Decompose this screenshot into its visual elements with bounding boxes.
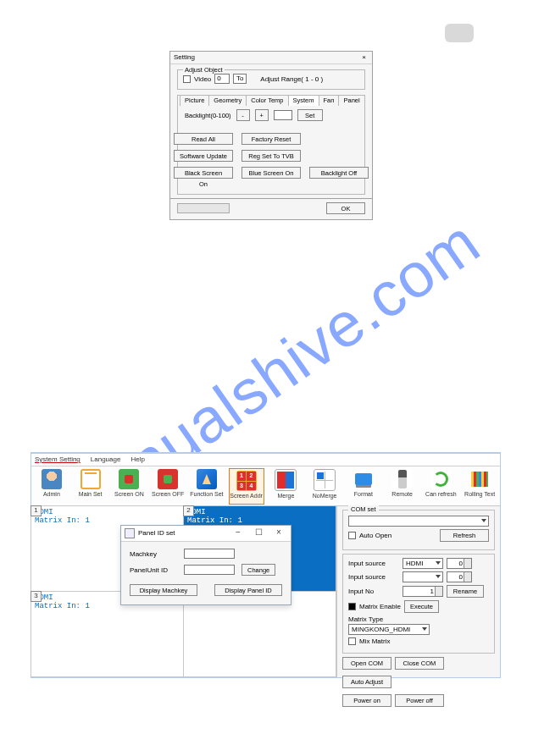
- black-screen-on-button[interactable]: Black Screen On: [174, 167, 233, 179]
- toolbar-nomerge[interactable]: NoMerge: [308, 468, 341, 502]
- power-on-button[interactable]: Power on: [342, 694, 391, 707]
- adjust-range-label: Adjust Range( 1 - 0 ): [260, 75, 323, 83]
- backlight-set-button[interactable]: Set: [297, 109, 323, 121]
- rename-button[interactable]: Rename: [447, 585, 484, 598]
- side-panel: COM set Auto Open Refresh Input source H…: [337, 506, 500, 677]
- panelunit-id-input[interactable]: [184, 565, 235, 575]
- software-update-button[interactable]: Software Update: [174, 150, 233, 162]
- video-wall-grid[interactable]: 1 HDMI Matrix In: 1 2 HDMI Matrix In: 1 …: [31, 506, 337, 677]
- toolbar-rolling-text[interactable]: Rolling Text: [463, 468, 497, 502]
- menu-language[interactable]: Language: [91, 454, 121, 466]
- remote-icon: [392, 469, 413, 489]
- dialog-titlebar[interactable]: Setting ×: [170, 52, 372, 64]
- input-source-label: Input source: [348, 560, 399, 567]
- toolbar-screen-addr[interactable]: 1234 Screen Addr: [229, 468, 264, 505]
- input-group: Input source HDMI 0 Input source 0 Input…: [342, 554, 495, 654]
- tab-picture[interactable]: Picture: [180, 95, 209, 106]
- backlight-value-input[interactable]: [274, 110, 292, 120]
- screen-off-icon: [158, 469, 178, 489]
- panel-id-icon: [125, 528, 135, 538]
- machkey-label: Machkey: [130, 550, 177, 558]
- power-off-button[interactable]: Power off: [395, 694, 444, 707]
- close-icon[interactable]: ×: [359, 52, 369, 63]
- video-checkbox[interactable]: [183, 75, 191, 83]
- matrix-type-combo[interactable]: MINGKONG_HDMI: [348, 624, 430, 635]
- minimize-icon[interactable]: −: [230, 527, 247, 539]
- mix-matrix-label: Mix Matrix: [359, 637, 390, 645]
- reg-set-button[interactable]: Reg Set To TVB: [242, 150, 301, 162]
- page-badge: [445, 24, 474, 42]
- backlight-minus-button[interactable]: -: [236, 109, 250, 121]
- tab-geometry[interactable]: Geometry: [208, 95, 247, 106]
- screen-on-icon: [119, 469, 139, 489]
- toolbar-remote[interactable]: Remote: [386, 468, 419, 502]
- matrix-type-label: Matrix Type: [348, 615, 383, 623]
- mix-matrix-checkbox[interactable]: [348, 637, 356, 645]
- auto-open-label: Auto Open: [359, 532, 391, 539]
- input-source-spin-2[interactable]: 0: [447, 571, 472, 582]
- screen-addr-icon: 1234: [236, 471, 257, 491]
- close-icon[interactable]: ×: [270, 527, 287, 539]
- function-set-icon: [197, 469, 217, 489]
- input-no-spin[interactable]: 1: [403, 586, 443, 597]
- matrix-enable-label: Matrix Enable: [359, 603, 401, 610]
- backlight-plus-button[interactable]: +: [255, 109, 269, 121]
- video-label: Video: [194, 75, 211, 83]
- tab-panel[interactable]: Panel: [338, 95, 364, 106]
- cell-source: HDMI: [35, 508, 180, 516]
- ok-button[interactable]: OK: [326, 202, 365, 214]
- tab-fan[interactable]: Fan: [319, 95, 340, 106]
- group-label: Adjust Object: [183, 66, 225, 74]
- input-source-combo-2[interactable]: [403, 571, 443, 582]
- auto-adjust-button[interactable]: Auto Adjust: [342, 676, 391, 688]
- nomerge-icon: [314, 469, 336, 491]
- backlight-off-button[interactable]: Backlight Off: [309, 167, 369, 179]
- tab-colortemp[interactable]: Color Temp: [246, 95, 288, 106]
- person-icon: [42, 469, 62, 489]
- input-no-label: Input No: [348, 588, 399, 595]
- settings-dialog: Setting × Adjust Object Video 0 To Adjus…: [169, 51, 373, 220]
- display-machkey-button[interactable]: Display Machkey: [130, 584, 197, 596]
- refresh-button[interactable]: Refresh: [440, 529, 489, 542]
- read-all-button[interactable]: Read All: [174, 133, 233, 145]
- change-button[interactable]: Change: [242, 564, 275, 576]
- menubar: System Setting Language Help: [31, 454, 500, 466]
- auto-open-checkbox[interactable]: [348, 532, 356, 539]
- rolling-text-icon: [469, 469, 490, 489]
- toolbar-function-set[interactable]: Function Set: [190, 468, 224, 502]
- clipboard-icon: [81, 469, 101, 489]
- video-id-input[interactable]: 0: [214, 74, 230, 84]
- input-source-spin[interactable]: 0: [447, 558, 472, 569]
- panel-id-titlebar[interactable]: Panel ID set − ☐ ×: [121, 526, 291, 542]
- close-com-button[interactable]: Close COM: [395, 657, 444, 670]
- progress-bar: [177, 203, 230, 213]
- input-source-combo[interactable]: HDMI: [403, 558, 443, 569]
- com-port-combo[interactable]: [348, 516, 489, 527]
- toolbar-screen-off[interactable]: Screen OFF: [151, 468, 185, 502]
- dialog-title: Setting: [174, 52, 195, 63]
- adjust-object-group: Adjust Object Video 0 To Adjust Range( 1…: [177, 69, 365, 90]
- display-panel-id-button[interactable]: Display Panel ID: [214, 584, 282, 596]
- menu-help[interactable]: Help: [130, 454, 144, 466]
- maximize-icon[interactable]: ☐: [250, 527, 267, 539]
- matrix-enable-checkbox[interactable]: [348, 603, 356, 610]
- input-source-label-2: Input source: [348, 573, 399, 581]
- menu-system-setting[interactable]: System Setting: [35, 454, 81, 466]
- toolbar-screen-on[interactable]: Screen ON: [113, 468, 147, 502]
- panel-id-dialog: Panel ID set − ☐ × Machkey PanelUnit ID …: [120, 525, 291, 605]
- cell-matrix: Matrix In: 1: [187, 516, 332, 525]
- toolbar-merge[interactable]: Merge: [269, 468, 303, 502]
- cell-source: HDMI: [187, 508, 332, 516]
- tab-system[interactable]: System: [288, 95, 319, 106]
- open-com-button[interactable]: Open COM: [342, 657, 391, 670]
- machkey-input[interactable]: [184, 549, 235, 559]
- toolbar-format[interactable]: Format: [347, 468, 380, 502]
- execute-button[interactable]: Execute: [404, 600, 439, 613]
- blue-screen-on-button[interactable]: Blue Screen On: [242, 167, 301, 179]
- panel-id-title: Panel ID set: [138, 526, 175, 541]
- com-set-group: COM set Auto Open Refresh: [342, 510, 495, 550]
- toolbar-admin[interactable]: Admin: [35, 468, 69, 502]
- factory-reset-button[interactable]: Factory Reset: [242, 133, 301, 145]
- toolbar-can-refresh[interactable]: Can refresh: [425, 468, 458, 502]
- toolbar-main-set[interactable]: Main Set: [74, 468, 108, 502]
